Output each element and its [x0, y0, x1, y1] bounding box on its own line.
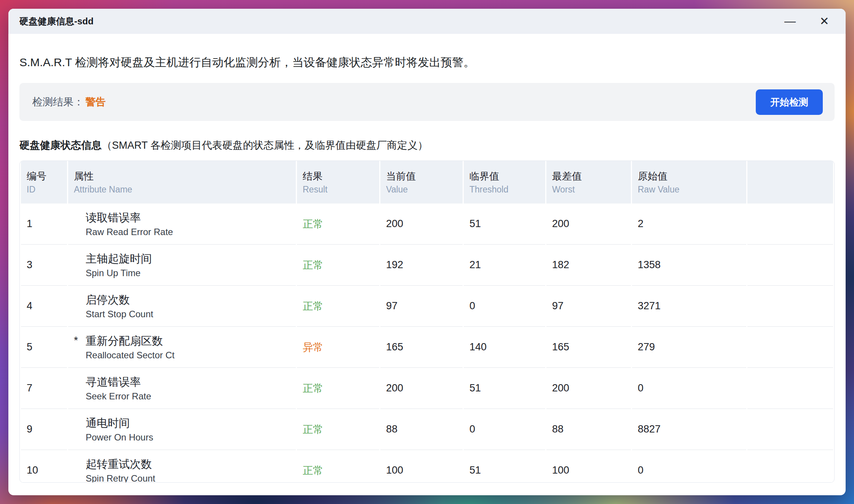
header-threshold: 临界值 Threshold — [464, 161, 545, 204]
status-badge: 正常 — [303, 218, 323, 230]
result-text: 检测结果：警告 — [32, 95, 106, 109]
attribute-name-en: Power On Hours — [86, 431, 296, 444]
header-attribute: 属性 Attribute Name — [68, 161, 296, 204]
header-filler — [747, 161, 833, 204]
status-badge: 正常 — [303, 465, 323, 476]
attribute-name-zh: 寻道错误率 — [86, 374, 296, 390]
attribute-name-zh: 重新分配扇区数 — [86, 333, 296, 349]
table-row: 7 寻道错误率 Seek Error Rate 正常 200 51 200 — [21, 368, 833, 409]
attribute-name-en: Seek Error Rate — [86, 390, 296, 403]
attribute-name-en: Reallocated Sector Ct — [86, 349, 296, 362]
close-button[interactable]: ✕ — [814, 11, 834, 31]
smart-description: S.M.A.R.T 检测将对硬盘及主机进行自动化监测分析，当设备健康状态异常时将… — [19, 54, 835, 71]
status-badge: 正常 — [303, 300, 323, 312]
attribute-name-zh: 起转重试次数 — [86, 456, 296, 472]
titlebar: 硬盘健康信息-sdd — ✕ — [8, 9, 846, 34]
attribute-name-en: Raw Read Error Rate — [86, 226, 296, 238]
attribute-name-en: Spin Up Time — [86, 267, 296, 280]
result-status-badge: 警告 — [85, 96, 106, 108]
table-row: 1 读取错误率 Raw Read Error Rate 正常 200 51 20… — [21, 204, 833, 245]
table-row: 9 通电时间 Power On Hours 正常 88 0 88 88 — [21, 409, 833, 450]
dialog-content: S.M.A.R.T 检测将对硬盘及主机进行自动化监测分析，当设备健康状态异常时将… — [8, 54, 846, 483]
attribute-name-en: Spin Retry Count — [86, 472, 296, 483]
status-badge: 正常 — [303, 383, 323, 394]
result-label: 检测结果： — [32, 96, 84, 108]
header-worst: 最差值 Worst — [546, 161, 631, 204]
attribute-name-zh: 通电时间 — [86, 415, 296, 431]
attribute-marker: * — [74, 334, 78, 347]
status-badge: 正常 — [303, 424, 323, 435]
attribute-name-en: Start Stop Count — [86, 308, 296, 321]
result-bar: 检测结果：警告 开始检测 — [19, 83, 835, 121]
table-header-row: 编号 ID 属性 Attribute Name 结果 Result 当前值 — [21, 161, 833, 204]
attribute-name-zh: 读取错误率 — [86, 210, 296, 226]
attribute-name-zh: 主轴起旋时间 — [86, 251, 296, 267]
start-detection-button[interactable]: 开始检测 — [756, 89, 823, 115]
status-badge: 正常 — [303, 259, 323, 271]
smart-attributes-table: 编号 ID 属性 Attribute Name 结果 Result 当前值 — [20, 161, 834, 483]
section-subtitle: （SMART 各检测项目代表硬盘的状态属性，及临界值由硬盘厂商定义） — [102, 140, 428, 151]
desktop-wallpaper: { "window": { "title": "硬盘健康信息-sdd" }, "… — [0, 0, 854, 504]
attribute-name-zh: 启停次数 — [86, 292, 296, 308]
header-value: 当前值 Value — [380, 161, 463, 204]
close-icon: ✕ — [819, 16, 829, 27]
section-heading: 硬盘健康状态信息（SMART 各检测项目代表硬盘的状态属性，及临界值由硬盘厂商定… — [19, 138, 835, 153]
minimize-button[interactable]: — — [780, 11, 800, 31]
smart-attributes-table-container: 编号 ID 属性 Attribute Name 结果 Result 当前值 — [19, 161, 835, 483]
section-title: 硬盘健康状态信息 — [19, 140, 102, 151]
table-row: 4 启停次数 Start Stop Count 正常 97 0 97 — [21, 286, 833, 327]
table-row: 3 主轴起旋时间 Spin Up Time 正常 192 21 182 — [21, 245, 833, 286]
header-raw-value: 原始值 Raw Value — [632, 161, 746, 204]
window-controls: — ✕ — [780, 11, 834, 31]
disk-health-dialog: 硬盘健康信息-sdd — ✕ S.M.A.R.T 检测将对硬盘及主机进行自动化监… — [8, 9, 846, 495]
status-badge: 异常 — [303, 342, 323, 353]
header-id: 编号 ID — [21, 161, 67, 204]
header-result: 结果 Result — [297, 161, 379, 204]
window-title: 硬盘健康信息-sdd — [19, 15, 94, 27]
table-row: 10 起转重试次数 Spin Retry Count 正常 100 51 100 — [21, 450, 833, 483]
minimize-icon: — — [784, 16, 796, 27]
table-row: 5 * 重新分配扇区数 Reallocated Sector Ct 异常 165… — [21, 327, 833, 368]
